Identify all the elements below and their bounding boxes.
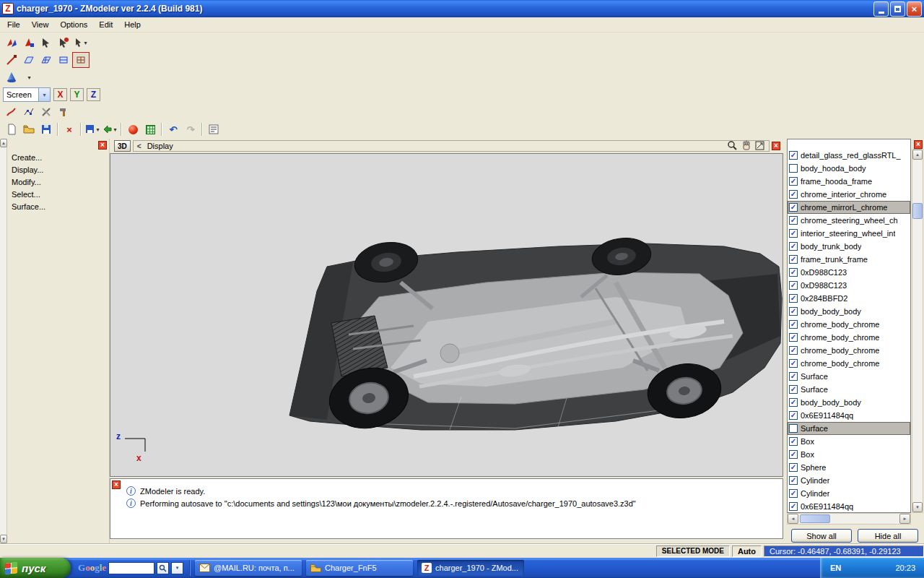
object-row[interactable]: ✓ chrome_mirrorL_chrome (788, 201, 910, 214)
select-quadr-icon[interactable] (3, 35, 20, 51)
scroll-up-icon[interactable]: ▲ (912, 150, 923, 160)
search-icon[interactable] (157, 562, 169, 574)
maximize-view-icon[interactable] (754, 140, 765, 152)
new-file-icon[interactable] (3, 121, 20, 137)
minimize-button[interactable] (873, 1, 889, 17)
object-row[interactable]: ✓ chrome_body_chrome (788, 344, 910, 357)
scroll-down-icon[interactable]: ▼ (0, 535, 7, 543)
command-item[interactable]: Select... (12, 190, 109, 202)
object-row[interactable]: ✓ 0xD988C123 (788, 266, 910, 279)
auto-toggle[interactable]: Auto (732, 545, 762, 557)
object-row[interactable]: ✓ chrome_steering_wheel_ch (788, 214, 910, 227)
scroll-left-icon[interactable]: ◄ (788, 514, 798, 524)
object-visibility-checkbox[interactable]: ✓ (789, 307, 798, 316)
scroll-right-icon[interactable]: ► (899, 514, 910, 524)
object-row[interactable]: ✓ chrome_body_chrome (788, 331, 910, 344)
search-input[interactable] (108, 562, 154, 574)
viewport-3d-canvas[interactable]: z x (110, 153, 783, 477)
import-icon[interactable]: ▾ (101, 121, 118, 137)
object-row[interactable]: ✓ 0x6E911484qq (788, 409, 910, 422)
object-visibility-checkbox[interactable]: ✓ (789, 411, 798, 420)
undo-icon[interactable]: ↶ (165, 121, 182, 137)
message-panel-close-icon[interactable]: × (112, 480, 121, 489)
objects-panel-close-icon[interactable]: × (914, 140, 923, 149)
object-row[interactable]: ✓ Cylinder (788, 474, 910, 487)
select-mode-dropdown[interactable]: ▾ (72, 35, 90, 51)
open-folder-icon[interactable] (20, 121, 38, 137)
menu-item[interactable]: Options (54, 19, 93, 30)
command-item[interactable]: Surface... (12, 202, 109, 215)
menu-item[interactable]: Help (118, 19, 147, 30)
scroll-down-icon[interactable]: ▼ (912, 502, 923, 512)
object-visibility-checkbox[interactable]: ✓ (789, 333, 798, 342)
object-row[interactable]: ✓ chrome_body_chrome (788, 357, 910, 370)
maximize-button[interactable] (890, 1, 905, 17)
object-row[interactable]: ✓ body_trunk_body (788, 240, 910, 253)
object-visibility-checkbox[interactable]: ✓ (789, 346, 798, 355)
delete-icon[interactable]: × (61, 121, 78, 137)
paint-tool-icon[interactable] (3, 104, 20, 120)
hide-all-button[interactable]: Hide all (858, 529, 918, 543)
objects-horizontal-scrollbar[interactable]: ◄ ► (787, 513, 911, 525)
axis-x-button[interactable]: X (53, 88, 67, 101)
scrollbar-thumb[interactable] (912, 203, 923, 219)
vertices-tool-icon[interactable] (20, 104, 38, 120)
commands-panel-close-icon[interactable]: × (98, 141, 107, 150)
object-row[interactable]: ✓ 0x284BBFD2 (788, 292, 910, 305)
create-surface-icon[interactable] (20, 52, 38, 68)
object-row[interactable]: Surface (788, 422, 910, 435)
object-visibility-checkbox[interactable]: ✓ (789, 372, 798, 381)
task-button-mail[interactable]: @MAIL.RU: почта, п... (195, 560, 302, 576)
task-button-folder[interactable]: Charger_FnF5 (306, 560, 413, 576)
object-row[interactable]: ✓ body_body_body (788, 305, 910, 318)
select-element-icon[interactable] (55, 35, 72, 51)
object-visibility-checkbox[interactable] (789, 424, 798, 433)
select-single-icon[interactable] (20, 35, 38, 51)
viewport-back-icon[interactable]: < (137, 142, 141, 150)
object-row[interactable]: ✓ interior_steering_wheel_int (788, 227, 910, 240)
create-patch-icon[interactable] (55, 52, 72, 68)
object-visibility-checkbox[interactable]: ✓ (789, 502, 798, 511)
axis-y-button[interactable]: Y (70, 88, 84, 101)
scrollbar-thumb[interactable] (800, 514, 830, 523)
close-button[interactable]: × (907, 1, 922, 17)
chevron-down-icon[interactable]: ▾ (38, 88, 50, 101)
command-item[interactable]: Modify... (12, 178, 109, 190)
log-icon[interactable] (205, 121, 222, 137)
pan-hand-icon[interactable] (741, 140, 751, 152)
menu-item[interactable]: Edit (93, 19, 118, 30)
object-visibility-checkbox[interactable]: ✓ (789, 359, 798, 368)
redo-icon[interactable]: ↷ (182, 121, 199, 137)
create-line-icon[interactable] (3, 52, 20, 68)
object-row[interactable]: ✓ chrome_interior_chrome (788, 188, 910, 201)
object-visibility-checkbox[interactable]: ✓ (789, 216, 798, 225)
objects-vertical-scrollbar[interactable]: ▲ ▼ (912, 149, 923, 513)
viewport-mode-button[interactable]: 3D (114, 140, 131, 152)
space-combobox[interactable]: Screen ▾ (3, 87, 51, 102)
object-visibility-checkbox[interactable]: ✓ (789, 489, 798, 498)
create-mesh-icon[interactable] (38, 52, 55, 68)
object-row[interactable]: ✓ chrome_body_chrome (788, 318, 910, 331)
object-visibility-checkbox[interactable]: ✓ (789, 476, 798, 485)
primitive-dropdown[interactable]: ▾ (20, 69, 38, 85)
save-icon[interactable] (38, 121, 55, 137)
start-button[interactable]: пуск (0, 558, 71, 578)
object-row[interactable]: ✓ detail_glass_red_glassRTL_ (788, 149, 910, 162)
object-visibility-checkbox[interactable]: ✓ (789, 398, 798, 407)
select-separated-icon[interactable] (38, 35, 55, 51)
object-visibility-checkbox[interactable]: ✓ (789, 203, 798, 212)
object-row[interactable]: ✓ 0xD988C123 (788, 279, 910, 292)
object-row[interactable]: ✓ body_body_body (788, 396, 910, 409)
object-visibility-checkbox[interactable]: ✓ (789, 255, 798, 264)
export-icon[interactable]: ▾ (84, 121, 101, 137)
object-visibility-checkbox[interactable]: ✓ (789, 463, 798, 472)
object-visibility-checkbox[interactable]: ✓ (789, 190, 798, 199)
object-visibility-checkbox[interactable]: ✓ (789, 294, 798, 303)
object-row[interactable]: ✓ Box (788, 448, 910, 461)
menu-item[interactable]: File (1, 19, 26, 30)
object-visibility-checkbox[interactable]: ✓ (789, 385, 798, 394)
object-visibility-checkbox[interactable]: ✓ (789, 450, 798, 459)
object-row[interactable]: ✓ 0x6E911484qq (788, 500, 910, 513)
command-item[interactable]: Display... (12, 165, 109, 178)
deskbar-dropdown[interactable]: ▾ (171, 562, 183, 574)
